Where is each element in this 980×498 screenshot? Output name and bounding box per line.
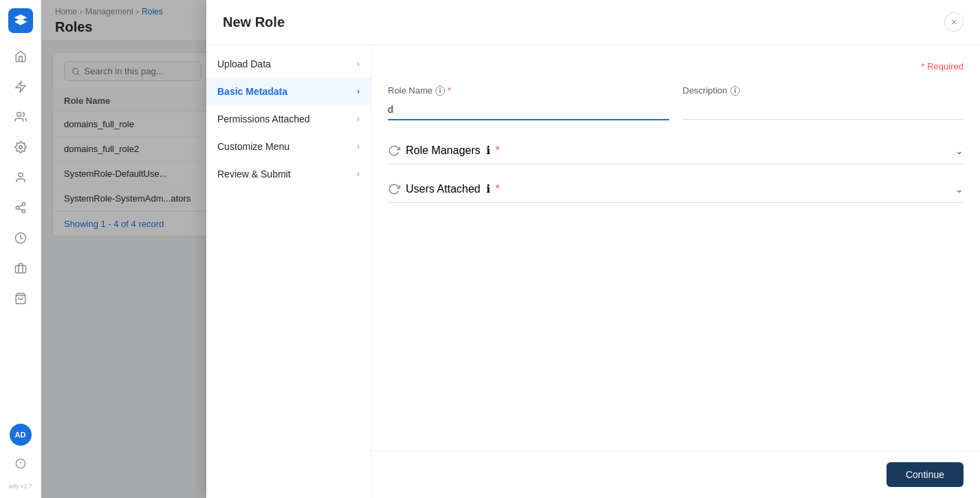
sidebar-icon-workflow[interactable] <box>8 195 33 220</box>
sidebar-icon-clock[interactable] <box>8 226 33 250</box>
sidebar: AD adp v2.7 <box>0 0 41 498</box>
role-managers-dropdown[interactable]: Role Managers ℹ * ⌄ <box>388 137 963 164</box>
main-area: Home › Management › Roles Roles Showing … <box>41 0 980 498</box>
sidebar-icon-team[interactable] <box>8 256 33 281</box>
step-upload-data-label: Upload Data <box>217 58 271 69</box>
sidebar-icon-flash[interactable] <box>8 74 33 99</box>
step-basic-metadata[interactable]: Basic Metadata › <box>206 78 371 105</box>
step-upload-data[interactable]: Upload Data › <box>206 50 371 78</box>
step-review-label: Review & Submit <box>217 169 291 180</box>
users-attached-label: Users Attached <box>406 183 481 195</box>
description-input[interactable] <box>683 100 964 120</box>
role-name-label: Role Name ℹ * <box>388 85 669 96</box>
svg-line-7 <box>19 208 22 210</box>
step-customize-chevron: › <box>357 142 360 151</box>
step-review-chevron: › <box>357 169 360 179</box>
step-permissions-attached[interactable]: Permissions Attached › <box>206 105 371 133</box>
role-managers-chevron: ⌄ <box>955 145 963 156</box>
modal-overlay: New Role × Upload Data › Basic Metadata … <box>41 0 980 498</box>
users-attached-row: Users Attached ℹ * <box>388 182 500 195</box>
info-icon[interactable] <box>8 451 33 476</box>
modal-close-button[interactable]: × <box>944 12 963 32</box>
role-managers-row: Role Managers ℹ * <box>388 144 500 157</box>
users-attached-chevron: ⌄ <box>955 184 963 195</box>
step-customize-label: Customize Menu <box>217 141 290 152</box>
users-attached-dropdown[interactable]: Users Attached ℹ * ⌄ <box>388 175 963 203</box>
steps-sidebar: Upload Data › Basic Metadata › Permissio… <box>206 45 371 498</box>
svg-point-3 <box>19 173 23 177</box>
modal-header: New Role × <box>206 0 980 45</box>
svg-point-4 <box>22 203 25 206</box>
svg-point-6 <box>22 210 25 213</box>
user-avatar[interactable]: AD <box>10 424 32 446</box>
continue-button[interactable]: Continue <box>886 462 963 487</box>
svg-marker-0 <box>16 82 25 92</box>
role-name-required: * <box>448 85 451 96</box>
users-attached-info-icon[interactable]: ℹ <box>486 182 490 195</box>
sidebar-icon-bag[interactable] <box>8 286 33 311</box>
version-label: adp v2.7 <box>8 483 32 490</box>
sidebar-icon-group[interactable] <box>8 105 33 129</box>
step-review-submit[interactable]: Review & Submit › <box>206 160 371 188</box>
sidebar-icon-person[interactable] <box>8 165 33 190</box>
role-managers-required: * <box>496 144 500 157</box>
role-managers-info-icon[interactable]: ℹ <box>486 144 490 157</box>
role-name-field: Role Name ℹ * <box>388 85 669 120</box>
refresh-icon-managers <box>388 144 400 157</box>
sidebar-icon-settings[interactable] <box>8 135 33 160</box>
form-row-names: Role Name ℹ * Description ℹ <box>388 85 963 120</box>
svg-point-2 <box>19 146 22 149</box>
description-info-icon[interactable]: ℹ <box>730 86 740 96</box>
required-note: * Required <box>388 61 963 72</box>
step-customize-menu[interactable]: Customize Menu › <box>206 133 371 160</box>
step-basic-metadata-label: Basic Metadata <box>217 86 287 97</box>
app-logo[interactable] <box>8 8 33 33</box>
step-permissions-chevron: › <box>357 114 360 124</box>
form-footer: Continue <box>371 451 980 498</box>
role-name-input[interactable] <box>388 100 669 120</box>
svg-line-8 <box>19 205 22 207</box>
svg-point-1 <box>17 112 21 116</box>
step-basic-metadata-chevron: › <box>357 87 360 96</box>
users-attached-required: * <box>496 183 500 195</box>
step-upload-chevron: › <box>357 59 360 69</box>
new-role-modal: New Role × Upload Data › Basic Metadata … <box>206 0 980 498</box>
modal-title: New Role <box>223 14 285 30</box>
description-field: Description ℹ <box>683 85 964 120</box>
step-permissions-label: Permissions Attached <box>217 113 310 124</box>
modal-body: Upload Data › Basic Metadata › Permissio… <box>206 45 980 498</box>
svg-rect-10 <box>15 266 25 273</box>
svg-point-5 <box>16 206 19 210</box>
form-content: * Required Role Name ℹ * <box>371 45 980 451</box>
sidebar-icon-home[interactable] <box>8 44 33 69</box>
description-label: Description ℹ <box>683 85 964 96</box>
refresh-icon-users <box>388 183 400 195</box>
role-managers-label: Role Managers <box>406 144 481 157</box>
form-wrapper: * Required Role Name ℹ * <box>371 45 980 498</box>
role-name-info-icon[interactable]: ℹ <box>435 86 445 96</box>
